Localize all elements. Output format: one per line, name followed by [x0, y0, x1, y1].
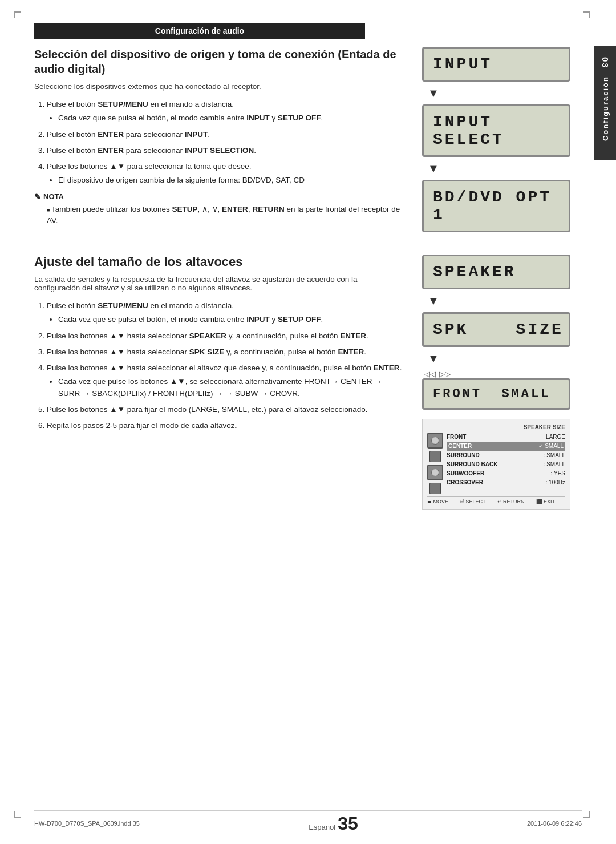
- spk-row-sback: SURROUND BACK : SMALL: [447, 460, 565, 469]
- corner-mark-tl: [14, 11, 21, 18]
- page-container: 03 Configuración Configuración de audio …: [0, 0, 616, 844]
- step-1-1-subs: Cada vez que se pulsa el botón, el modo …: [47, 112, 405, 124]
- section1-steps: Pulse el botón SETUP/MENU en el mando a …: [34, 99, 405, 187]
- section2-displays: SPEAKER ▼ SPK SIZE ▼ ◁◁ ▷▷ FRONT SMALL S…: [422, 255, 582, 510]
- footer-file: HW-D700_D770S_SPA_0609.indd 35: [34, 820, 140, 827]
- arrow-1: ▼: [422, 87, 582, 99]
- nota-title-1: NOTA: [34, 192, 405, 201]
- nota-item-1: También puede utilizar los botones SETUP…: [44, 204, 405, 227]
- section-divider: [34, 244, 582, 244]
- spk-nav-select: ⏎ SELECT: [460, 499, 486, 504]
- step-2-1-sub1: Cada vez que se pulsa el botón, el modo …: [58, 314, 405, 325]
- spk-table-body: FRONT LARGE CENTER ✓ SMALL SURROUND : SM…: [427, 433, 565, 494]
- step-1-4-subs: El dispositivo de origen cambia de la si…: [47, 175, 405, 186]
- side-tab: 03 Configuración: [594, 46, 616, 160]
- spk-data: FRONT LARGE CENTER ✓ SMALL SURROUND : SM…: [447, 433, 565, 494]
- step-2-4-sub1: Cada vez que pulse los botones ▲▼, se se…: [58, 376, 405, 399]
- lcd-input-select: INPUT SELECT: [422, 104, 570, 157]
- lcd-bddvd: BD/DVD OPT 1: [422, 180, 570, 232]
- section1-content: Selección del dispositivo de origen y to…: [34, 47, 582, 232]
- nota-box-1: NOTA También puede utilizar los botones …: [34, 192, 405, 227]
- section1-displays: INPUT ▼ INPUT SELECT ▼ BD/DVD OPT 1: [422, 47, 582, 232]
- arrow-2: ▼: [422, 163, 582, 174]
- spk-row-surround: SURROUND : SMALL: [447, 451, 565, 460]
- step-2-5: Pulse los botones ▲▼ para fijar el modo …: [47, 404, 405, 415]
- section1-header: Configuración de audio: [34, 23, 365, 39]
- page-label: Español: [309, 823, 335, 831]
- page-number: 35: [338, 814, 358, 833]
- spk-row-front: FRONT LARGE: [447, 433, 565, 442]
- section2-steps: Pulse el botón SETUP/MENU en el mando a …: [34, 300, 405, 431]
- lcd-front-small: FRONT SMALL: [422, 378, 570, 410]
- step-2-1-subs: Cada vez que se pulsa el botón, el modo …: [47, 314, 405, 325]
- spk-row-center: CENTER ✓ SMALL: [447, 442, 565, 451]
- spk-nav-row: ≑ MOVE ⏎ SELECT ↩ RETURN ⬛ EXIT: [427, 496, 565, 504]
- spk-row-subwoofer: SUBWOOFER : YES: [447, 469, 565, 478]
- arrow-4: ▼: [422, 353, 582, 364]
- spk-row-crossover: CROSSOVER : 100Hz: [447, 478, 565, 487]
- step-1-4: Pulse los botones ▲▼ para seleccionar la…: [47, 161, 405, 187]
- step-2-2: Pulse los botones ▲▼ hasta seleccionar S…: [47, 330, 405, 342]
- section2-text: Ajuste del tamaño de los altavoces La sa…: [34, 255, 405, 510]
- spk-nav-exit: ⬛ EXIT: [536, 499, 556, 504]
- lcd-front-small-wrapper: ◁◁ ▷▷ FRONT SMALL: [422, 370, 582, 410]
- spk-nav-return: ↩ RETURN: [497, 499, 525, 504]
- lcd-mini-icon-row: ◁◁ ▷▷: [422, 370, 582, 378]
- section1-intro: Seleccione los dispositivos externos que…: [34, 82, 405, 91]
- corner-mark-br: [583, 811, 590, 818]
- side-tab-label: Configuración: [601, 76, 610, 141]
- step-1-1: Pulse el botón SETUP/MENU en el mando a …: [47, 99, 405, 124]
- section1-title: Selección del dispositivo de origen y to…: [34, 47, 405, 76]
- corner-mark-bl: [14, 811, 21, 818]
- spk-icons: [427, 433, 443, 494]
- corner-mark-tr: [583, 11, 590, 18]
- step-2-6: Repita los pasos 2-5 para fijar el modo …: [47, 420, 405, 431]
- section1-title-text: Selección del dispositivo de origen y to…: [34, 48, 396, 75]
- step-2-1: Pulse el botón SETUP/MENU en el mando a …: [47, 300, 405, 326]
- lcd-input: INPUT: [422, 47, 570, 82]
- step-1-2: Pulse el botón ENTER para seleccionar IN…: [47, 129, 405, 140]
- section2-content: Ajuste del tamaño de los altavoces La sa…: [34, 255, 582, 510]
- section2-intro: La salida de señales y la respuesta de l…: [34, 275, 405, 292]
- step-2-4-subs: Cada vez que pulse los botones ▲▼, se se…: [47, 376, 405, 399]
- step-2-3: Pulse los botones ▲▼ hasta seleccionar S…: [47, 346, 405, 358]
- step-2-4: Pulse los botones ▲▼ hasta seleccionar e…: [47, 362, 405, 399]
- section1-text: Selección del dispositivo de origen y to…: [34, 47, 405, 232]
- spk-table: SPEAKER SIZE: [422, 419, 570, 510]
- lcd-spk-size: SPK SIZE: [422, 312, 570, 347]
- step-1-1-sub1: Cada vez que se pulsa el botón, el modo …: [58, 112, 405, 124]
- spk-table-header: SPEAKER SIZE: [427, 424, 565, 430]
- section2-title: Ajuste del tamaño de los altavoces: [34, 255, 405, 269]
- side-tab-number: 03: [601, 57, 610, 69]
- step-1-3: Pulse el botón ENTER para seleccionar IN…: [47, 145, 405, 156]
- step-1-4-sub1: El dispositivo de origen cambia de la si…: [58, 175, 405, 186]
- arrow-3: ▼: [422, 295, 582, 306]
- spk-nav-move: ≑ MOVE: [427, 499, 448, 504]
- lcd-speaker: SPEAKER: [422, 255, 570, 289]
- page-number-box: Español 35: [309, 814, 358, 833]
- footer-date: 2011-06-09 6:22:46: [527, 820, 582, 827]
- nota-content-1: También puede utilizar los botones SETUP…: [34, 204, 405, 227]
- page-footer: HW-D700_D770S_SPA_0609.indd 35 Español 3…: [34, 810, 582, 833]
